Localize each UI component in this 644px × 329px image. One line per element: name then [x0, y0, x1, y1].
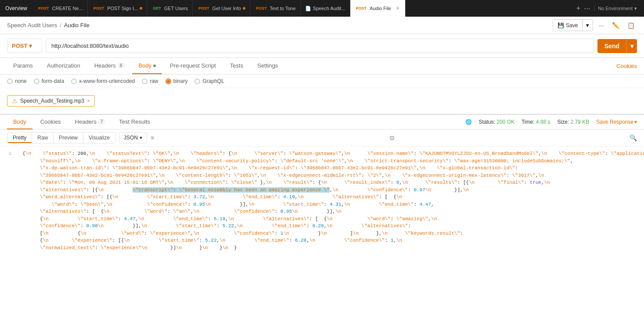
- tab-label: Get User Info: [212, 6, 241, 11]
- body-active-dot: [153, 64, 156, 67]
- tab-params[interactable]: Params: [7, 58, 39, 74]
- method-badge-post: POST: [355, 6, 368, 11]
- format-visualize-button[interactable]: Visualize: [83, 132, 115, 143]
- none-label: none: [15, 78, 27, 84]
- response-size: 2.79 KB: [571, 119, 590, 125]
- resp-body-label: Body: [13, 118, 26, 125]
- radio-graphql: [194, 79, 200, 84]
- breadcrumb-bar: Speech Audit Users / Audio File 💾 Save ▾…: [0, 17, 644, 34]
- breadcrumb-current: Audio File: [64, 22, 90, 29]
- save-response-label: Save Response: [596, 119, 633, 125]
- urlencoded-label: x-www-form-urlencoded: [79, 78, 135, 84]
- settings-label: Settings: [257, 62, 278, 69]
- remove-file-button[interactable]: ×: [87, 98, 90, 104]
- resp-headers-badge: 7: [98, 119, 105, 125]
- tab-get-user-info[interactable]: POST Get User Info: [193, 0, 250, 17]
- method-badge-post: POST: [197, 6, 211, 11]
- tab-speech-audit[interactable]: 📄 Speech Audit...: [301, 0, 350, 17]
- tab-overview[interactable]: Overview: [0, 0, 32, 17]
- response-status: 🌐 Status: 200 OK Time: 4.88 s Size: 2.79…: [465, 119, 637, 125]
- radio-none: [7, 79, 13, 84]
- response-area: Body Cookies Headers 7 Test Results 🌐 St…: [0, 114, 644, 329]
- send-label: Send: [597, 39, 626, 53]
- body-type-raw[interactable]: raw: [142, 78, 158, 84]
- tab-authorization[interactable]: Authorization: [41, 58, 86, 74]
- url-input[interactable]: [46, 39, 594, 53]
- body-type-form-data[interactable]: form-data: [34, 78, 64, 84]
- url-bar: POST ▾ Send ▾: [0, 34, 644, 58]
- tab-get-users[interactable]: GET GET Users: [147, 0, 193, 17]
- tab-create-ne[interactable]: POST CREATE Ne...: [32, 0, 88, 17]
- response-toolbar: Pretty Raw Preview Visualize JSON ▾ ≡ ⧉ …: [0, 129, 644, 147]
- edit-button[interactable]: ✏️: [610, 20, 622, 31]
- body-type-none[interactable]: none: [7, 78, 27, 84]
- tab-post-sign[interactable]: POST POST Sign I...: [88, 0, 148, 17]
- authorization-label: Authorization: [47, 62, 80, 69]
- resp-tab-body[interactable]: Body: [7, 115, 32, 129]
- code-content: {\n \"status\": 200,\n \"statusText\": \…: [17, 150, 644, 251]
- cookies-link[interactable]: Cookies: [616, 63, 637, 69]
- more-tabs-button[interactable]: ···: [584, 4, 590, 13]
- resp-tab-cookies[interactable]: Cookies: [34, 115, 67, 129]
- method-badge-post: POST: [37, 6, 50, 11]
- file-attachment: ⚠ Speech_Audit_Testing.mp3 ×: [7, 95, 95, 107]
- form-data-label: form-data: [42, 78, 64, 84]
- status-code: 200 OK: [496, 119, 514, 125]
- tab-label: GET Users: [164, 6, 188, 11]
- tab-tests[interactable]: Tests: [224, 58, 249, 74]
- request-tabs: Params Authorization Headers 8 Body Pre-…: [0, 58, 644, 75]
- file-name: Speech_Audit_Testing.mp3: [20, 98, 84, 104]
- tab-body[interactable]: Body: [132, 58, 162, 74]
- file-area: ⚠ Speech_Audit_Testing.mp3 ×: [0, 88, 644, 114]
- add-tab-button[interactable]: +: [576, 4, 580, 12]
- line-number: 1: [4, 150, 17, 251]
- radio-inner: [167, 80, 170, 83]
- tab-close-button[interactable]: ×: [395, 5, 401, 11]
- body-label: Body: [138, 62, 151, 69]
- body-type-binary[interactable]: binary: [165, 78, 188, 84]
- format-raw-button[interactable]: Raw: [32, 132, 54, 143]
- tab-settings[interactable]: Settings: [251, 58, 284, 74]
- breadcrumb-parent[interactable]: Speech Audit Users: [7, 22, 57, 29]
- globe-icon: 🌐: [465, 119, 472, 125]
- chevron-down-icon: ▾: [140, 135, 142, 141]
- tab-text-to-tone[interactable]: POST Text to Tone: [250, 0, 301, 17]
- wrap-icon[interactable]: ≡: [151, 134, 154, 141]
- tab-label: POST Sign I...: [107, 6, 138, 11]
- environment-selector[interactable]: No Environment ▾: [594, 6, 640, 11]
- more-options-button[interactable]: ···: [597, 20, 606, 31]
- body-type-graphql[interactable]: GraphQL: [194, 78, 224, 84]
- search-icon[interactable]: 🔍: [630, 134, 637, 141]
- response-body[interactable]: 1 {\n \"status\": 200,\n \"statusText\":…: [0, 147, 644, 329]
- chevron-down-icon: ▾: [634, 6, 637, 11]
- tab-label: Speech Audit...: [313, 6, 345, 11]
- resp-tab-headers[interactable]: Headers 7: [69, 115, 112, 129]
- language-label: JSON: [124, 135, 138, 141]
- save-dropdown-button[interactable]: ▾: [583, 20, 593, 31]
- copy-button[interactable]: ⧉: [390, 134, 394, 142]
- breadcrumb: Speech Audit Users / Audio File: [7, 22, 90, 29]
- tab-audio-file[interactable]: POST Audio File ×: [350, 0, 406, 17]
- body-type-urlencoded[interactable]: x-www-form-urlencoded: [71, 78, 135, 84]
- format-pretty-button[interactable]: Pretty: [7, 132, 32, 143]
- save-button[interactable]: 💾 Save: [553, 20, 583, 31]
- save-response-button[interactable]: Save Response ▾: [596, 119, 637, 125]
- method-selector[interactable]: POST ▾: [7, 39, 42, 53]
- headers-badge: 8: [118, 63, 125, 68]
- resp-tab-test-results[interactable]: Test Results: [113, 115, 156, 129]
- language-selector[interactable]: JSON ▾: [119, 132, 147, 143]
- send-button[interactable]: Send ▾: [597, 39, 637, 53]
- tab-label: Text to Tone: [270, 6, 295, 11]
- method-badge-post: POST: [92, 6, 106, 11]
- format-preview-button[interactable]: Preview: [54, 132, 83, 143]
- env-label: No Environment: [598, 6, 633, 11]
- share-button[interactable]: 📋: [625, 20, 637, 31]
- time-indicator: Time: 4.88 s: [522, 119, 550, 125]
- radio-binary: [165, 79, 171, 84]
- binary-label: binary: [173, 78, 188, 84]
- radio-urlencoded: [71, 79, 77, 84]
- tab-headers[interactable]: Headers 8: [88, 58, 131, 74]
- save-icon: 💾: [558, 22, 564, 29]
- tab-pre-request[interactable]: Pre-request Script: [164, 58, 222, 74]
- send-dropdown-icon[interactable]: ▾: [626, 39, 637, 53]
